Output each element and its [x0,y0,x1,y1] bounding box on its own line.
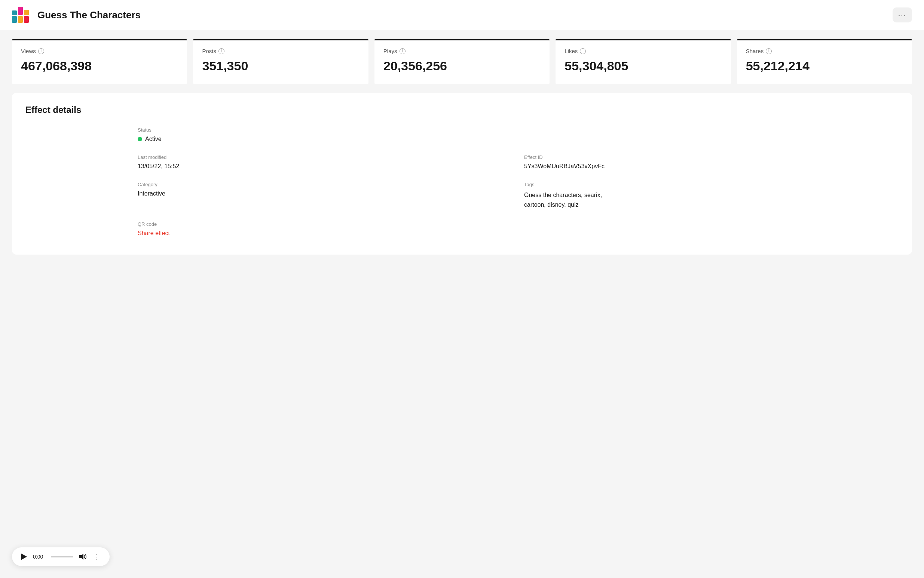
svg-rect-1 [12,16,17,23]
svg-rect-0 [12,10,17,15]
details-layout: Status Active Last modified 13/05/22, 15… [26,127,898,237]
status-indicator: Active [138,136,898,143]
svg-rect-5 [24,16,29,23]
last-modified-label: Last modified [138,154,512,160]
tags-field: Tags Guess the characters, searix,cartoo… [524,182,898,209]
shares-info-icon[interactable]: i [766,48,772,54]
stat-card-views: Views i 467,068,398 [12,39,187,84]
effect-details-card: Effect details Status Active Last modifi… [12,93,912,255]
stats-row: Views i 467,068,398 Posts i 351,350 Play… [0,30,924,93]
svg-rect-3 [18,16,23,23]
last-modified-value: 13/05/22, 15:52 [138,163,512,170]
category-field: Category Interactive [138,182,512,209]
plays-info-icon[interactable]: i [400,48,405,54]
effect-id-label: Effect ID [524,154,898,160]
stat-value-plays: 20,356,256 [384,59,540,73]
player-more-button[interactable]: ⋮ [94,552,101,561]
effect-details-title: Effect details [26,105,898,115]
header: Guess The Characters ··· [0,0,924,30]
status-field: Status Active [138,127,898,143]
stat-card-likes: Likes i 55,304,805 [556,39,730,84]
qr-code-label: QR code [138,221,898,227]
details-fields: Status Active Last modified 13/05/22, 15… [138,127,898,237]
effect-id-value: 5Ys3WoMUuRBJaV53vXpvFc [524,163,898,170]
page-title: Guess The Characters [37,9,141,21]
effect-id-field: Effect ID 5Ys3WoMUuRBJaV53vXpvFc [524,154,898,170]
stat-label-views: Views i [21,48,178,54]
svg-rect-4 [24,10,29,15]
likes-info-icon[interactable]: i [580,48,586,54]
more-options-button[interactable]: ··· [893,8,912,23]
tags-value: Guess the characters, searix,cartoon, di… [524,190,898,209]
volume-button[interactable] [79,553,88,560]
media-player: 0:00 ⋮ [12,547,110,566]
time-display: 0:00 [33,554,45,560]
posts-info-icon[interactable]: i [218,48,224,54]
stat-card-shares: Shares i 55,212,214 [737,39,912,84]
svg-marker-6 [79,554,83,560]
stat-card-posts: Posts i 351,350 [193,39,368,84]
stat-value-shares: 55,212,214 [746,59,903,73]
share-effect-link[interactable]: Share effect [138,230,170,236]
header-left: Guess The Characters [12,7,141,23]
status-dot [138,137,142,141]
last-modified-field: Last modified 13/05/22, 15:52 [138,154,512,170]
status-label: Status [138,127,898,133]
stat-label-posts: Posts i [202,48,359,54]
stat-value-views: 467,068,398 [21,59,178,73]
category-label: Category [138,182,512,187]
svg-rect-2 [18,7,23,15]
progress-bar[interactable] [51,556,73,557]
volume-icon [79,553,88,560]
status-value: Active [145,136,162,143]
stat-value-posts: 351,350 [202,59,359,73]
details-preview-area [26,127,123,237]
views-info-icon[interactable]: i [38,48,44,54]
play-icon [21,553,27,560]
stat-label-shares: Shares i [746,48,903,54]
stat-card-plays: Plays i 20,356,256 [374,39,550,84]
stat-value-likes: 55,304,805 [564,59,722,73]
app-logo [12,7,31,23]
play-button[interactable] [21,553,27,560]
category-value: Interactive [138,190,512,197]
stat-label-likes: Likes i [564,48,722,54]
stat-label-plays: Plays i [384,48,540,54]
tags-label: Tags [524,182,898,187]
qr-code-field: QR code Share effect [138,221,898,237]
